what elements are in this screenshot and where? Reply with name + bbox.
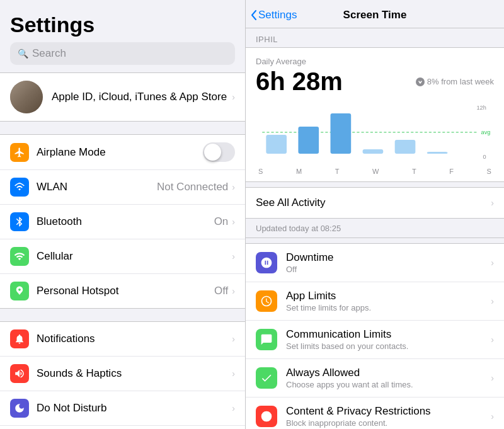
svg-rect-8 [363, 149, 384, 154]
comm-limits-chevron: › [491, 335, 494, 345]
chart-day: F [449, 168, 454, 175]
search-bar[interactable]: 🔍 Search [10, 42, 235, 65]
chart-day: W [372, 168, 379, 175]
change-text: 8% from last week [427, 77, 494, 86]
comm-limits-row[interactable]: Communication Limits Set limits based on… [246, 321, 504, 359]
downtime-chevron: › [491, 258, 494, 268]
cellular-icon [10, 247, 29, 266]
nav-header: Settings Screen Time [246, 0, 504, 28]
app-limits-chevron: › [491, 296, 494, 306]
daily-time-row: 6h 28m 8% from last week [256, 67, 494, 96]
sounds-chevron: › [232, 369, 235, 379]
cellular-row[interactable]: Cellular › [0, 239, 245, 274]
svg-rect-6 [298, 127, 319, 154]
donotdisturb-chevron: › [232, 403, 235, 413]
content-privacy-chevron: › [491, 411, 494, 421]
content-privacy-title: Content & Privacy Restrictions [286, 405, 491, 418]
content-privacy-subtitle: Block inappropriate content. [286, 418, 491, 428]
svg-text:avg: avg [481, 129, 491, 135]
wlan-label: WLAN [37, 181, 157, 193]
downtime-subtitle: Off [286, 265, 491, 274]
donotdisturb-row[interactable]: Do Not Disturb › [0, 391, 245, 426]
svg-rect-9 [395, 140, 416, 154]
see-all-chevron: › [491, 198, 494, 208]
user-section: IPHIL [246, 28, 504, 47]
always-allowed-subtitle: Choose apps you want at all times. [286, 380, 491, 389]
wlan-value: Not Connected [157, 181, 228, 193]
hotspot-chevron: › [232, 286, 235, 296]
airplane-mode-label: Airplane Mode [37, 146, 203, 159]
cellular-label: Cellular [37, 250, 232, 263]
app-limits-row[interactable]: App Limits Set time limits for apps. › [246, 282, 504, 321]
wlan-chevron: › [232, 182, 235, 192]
chart-day: S [487, 168, 491, 175]
chart-svg: 12h 0 avg [256, 102, 494, 162]
app-limits-subtitle: Set time limits for apps. [286, 303, 491, 312]
hotspot-icon [10, 282, 29, 300]
svg-point-0 [416, 77, 425, 86]
bluetooth-label: Bluetooth [37, 215, 214, 228]
daily-section: Daily Average 6h 28m 8% from last week 1… [246, 47, 504, 182]
comm-limits-subtitle: Set limits based on your contacts. [286, 341, 491, 351]
settings-title: Settings [0, 0, 245, 42]
chart-day: T [412, 168, 416, 175]
apple-id-row[interactable]: Apple ID, iCloud, iTunes & App Store › [0, 72, 245, 122]
sounds-label: Sounds & Haptics [37, 367, 232, 380]
avatar-image [10, 81, 43, 113]
nav-title: Screen Time [343, 9, 407, 21]
airplane-mode-row[interactable]: Airplane Mode [0, 135, 245, 170]
app-limits-title: App Limits [286, 290, 491, 302]
bluetooth-chevron: › [232, 217, 235, 227]
donotdisturb-label: Do Not Disturb [37, 402, 232, 415]
daily-change: 8% from last week [416, 77, 494, 86]
always-allowed-content: Always Allowed Choose apps you want at a… [286, 367, 491, 389]
wlan-row[interactable]: WLAN Not Connected › [0, 170, 245, 205]
wlan-icon [10, 178, 29, 197]
usage-chart: 12h 0 avg [256, 102, 494, 165]
search-icon: 🔍 [18, 49, 28, 59]
back-button[interactable]: Settings [251, 9, 297, 21]
app-limits-icon [256, 290, 277, 312]
app-limits-content: App Limits Set time limits for apps. [286, 290, 491, 312]
chart-day: S [258, 168, 263, 175]
svg-rect-5 [266, 135, 287, 154]
cellular-chevron: › [232, 251, 235, 261]
always-allowed-row[interactable]: Always Allowed Choose apps you want at a… [246, 359, 504, 398]
hotspot-row[interactable]: Personal Hotspot Off › [0, 274, 245, 308]
downtime-icon [256, 252, 277, 273]
screen-time-panel: Settings Screen Time IPHIL Daily Average… [246, 0, 504, 429]
settings-panel: Settings 🔍 Search Apple ID, iCloud, iTun… [0, 0, 246, 429]
see-all-label: See All Activity [256, 197, 491, 209]
section-connectivity: Airplane Mode WLAN Not Connected › Bluet… [0, 134, 245, 309]
content-privacy-content: Content & Privacy Restrictions Block ina… [286, 405, 491, 428]
chart-days: S M T W T F S [256, 168, 494, 175]
bluetooth-row[interactable]: Bluetooth On › [0, 205, 245, 239]
notifications-chevron: › [232, 334, 235, 344]
updated-text: Updated today at 08:25 [256, 224, 341, 233]
svg-rect-7 [331, 113, 352, 154]
daily-label: Daily Average [256, 57, 494, 66]
apple-id-label: Apple ID, iCloud, iTunes & App Store [52, 91, 232, 103]
avatar [10, 81, 43, 113]
always-allowed-icon [256, 367, 277, 389]
chart-day: T [335, 168, 340, 175]
downtime-row[interactable]: Downtime Off › [246, 244, 504, 282]
bluetooth-icon [10, 212, 29, 231]
see-all-row[interactable]: See All Activity › [246, 187, 504, 219]
notifications-row[interactable]: Notifications › [0, 322, 245, 357]
down-arrow-icon [416, 77, 425, 86]
svg-text:0: 0 [483, 154, 486, 160]
sounds-row[interactable]: Sounds & Haptics › [0, 357, 245, 391]
notifications-icon [10, 329, 29, 348]
hotspot-value: Off [214, 285, 228, 297]
downtime-content: Downtime Off [286, 251, 491, 274]
content-privacy-row[interactable]: Content & Privacy Restrictions Block ina… [246, 398, 504, 429]
comm-limits-icon [256, 329, 277, 350]
always-allowed-chevron: › [491, 373, 494, 383]
apple-id-chevron: › [232, 92, 235, 102]
screen-time-settings-list: Downtime Off › App Limits Set time limit… [246, 243, 504, 429]
screentime-row[interactable]: Screen Time › [0, 426, 245, 429]
airplane-mode-toggle[interactable] [203, 142, 235, 162]
downtime-title: Downtime [286, 251, 491, 264]
notifications-label: Notifications [37, 333, 232, 345]
